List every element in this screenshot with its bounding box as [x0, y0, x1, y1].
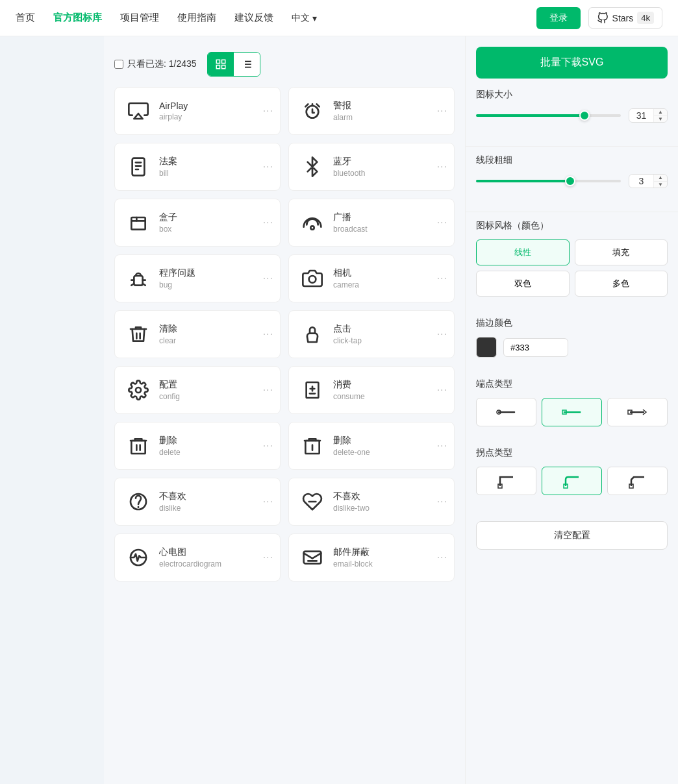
svg-rect-1	[221, 60, 225, 63]
endpoint-flat[interactable]	[542, 398, 602, 426]
icon-more-dislike-two[interactable]: ···	[437, 496, 447, 508]
icon-size-value: 31	[629, 109, 653, 122]
endpoint-arrow[interactable]	[607, 398, 668, 426]
icon-size-down[interactable]: ▼	[654, 116, 667, 123]
nav-language[interactable]: 中文 ▾	[292, 12, 317, 24]
sidebar	[0, 36, 104, 784]
icon-name-zh-config: 配置	[159, 379, 270, 391]
icon-name-zh-clear: 清除	[159, 323, 270, 335]
clear-config-button[interactable]: 清空配置	[476, 521, 668, 550]
svg-rect-2	[216, 66, 220, 69]
icon-info-alarm: 警报alarm	[333, 100, 444, 122]
icon-card-click-tap[interactable]: 点击click-tap···	[288, 310, 455, 358]
color-input[interactable]	[503, 338, 568, 357]
icon-name-zh-dislike-two: 不喜欢	[333, 491, 444, 502]
icon-more-electrocardiogram[interactable]: ···	[263, 552, 273, 563]
icon-card-bill[interactable]: 法案bill···	[114, 143, 281, 191]
stroke-width-input[interactable]: 3 ▲ ▼	[629, 174, 668, 188]
icon-size-slider[interactable]	[476, 109, 621, 122]
icon-more-consume[interactable]: ···	[437, 384, 447, 396]
style-linear[interactable]: 线性	[476, 239, 570, 265]
icon-more-bill[interactable]: ···	[263, 161, 273, 173]
color-row	[476, 337, 668, 358]
icon-card-airplay[interactable]: AirPlayairplay···	[114, 87, 281, 135]
icon-card-delete[interactable]: 删除delete···	[114, 422, 281, 470]
icon-size-thumb[interactable]	[579, 110, 590, 121]
stroke-width-up[interactable]: ▲	[654, 175, 667, 182]
stroke-width-track	[476, 180, 621, 182]
stars-button[interactable]: Stars 4k	[588, 7, 662, 29]
icon-info-delete: 删除delete	[159, 435, 270, 457]
grid-view-button[interactable]	[208, 53, 234, 76]
icon-info-consume: 消费consume	[333, 379, 444, 401]
stroke-width-slider[interactable]	[476, 175, 621, 188]
color-swatch[interactable]	[476, 337, 497, 358]
svg-line-12	[305, 104, 308, 106]
icon-name-en-consume: consume	[333, 392, 444, 401]
icon-more-broadcast[interactable]: ···	[437, 217, 447, 228]
right-panel: 批量下载SVG 图标大小 31 ▲ ▼	[465, 36, 678, 784]
icon-more-delete[interactable]: ···	[263, 440, 273, 452]
icon-card-delete-one[interactable]: 删除delete-one···	[288, 422, 455, 470]
list-view-button[interactable]	[234, 53, 260, 76]
icon-name-en-click-tap: click-tap	[333, 336, 444, 345]
icon-size-up[interactable]: ▲	[654, 109, 667, 116]
config-icon	[125, 377, 151, 403]
icon-card-bug[interactable]: 程序问题bug···	[114, 254, 281, 302]
icon-name-zh-broadcast: 广播	[333, 212, 444, 223]
icon-card-dislike-two[interactable]: 不喜欢dislike-two···	[288, 478, 455, 526]
icon-more-config[interactable]: ···	[263, 384, 273, 396]
nav-feedback[interactable]: 建议反馈	[234, 12, 273, 24]
icon-card-alarm[interactable]: 警报alarm···	[288, 87, 455, 135]
clear-section: 清空配置	[466, 516, 678, 560]
icon-more-delete-one[interactable]: ···	[437, 440, 447, 452]
electrocardiogram-icon	[125, 545, 151, 570]
broadcast-icon	[299, 210, 325, 236]
style-dual-color[interactable]: 双色	[476, 271, 570, 297]
alarm-icon	[299, 98, 325, 124]
icon-card-dislike[interactable]: 不喜欢dislike···	[114, 478, 281, 526]
toolbar: 只看已选: 1/2435	[114, 47, 455, 87]
nav-icon-library[interactable]: 官方图标库	[53, 12, 102, 24]
icon-card-email-block[interactable]: 邮件屏蔽email-block···	[288, 533, 455, 582]
icon-card-broadcast[interactable]: 广播broadcast···	[288, 199, 455, 247]
nav-home[interactable]: 首页	[16, 12, 35, 24]
nav-project-mgmt[interactable]: 项目管理	[120, 12, 159, 24]
icon-more-dislike[interactable]: ···	[263, 496, 273, 508]
icon-card-box[interactable]: 盒子box···	[114, 199, 281, 247]
icon-card-clear[interactable]: 清除clear···	[114, 310, 281, 358]
icon-card-bluetooth[interactable]: 蓝牙bluetooth···	[288, 143, 455, 191]
stroke-width-stepper: ▲ ▼	[653, 175, 667, 188]
login-button[interactable]: 登录	[536, 7, 581, 29]
endpoint-round[interactable]	[476, 398, 536, 426]
icon-more-click-tap[interactable]: ···	[437, 328, 447, 340]
icon-more-alarm[interactable]: ···	[437, 105, 447, 117]
show-selected-label[interactable]: 只看已选: 1/2435	[114, 58, 197, 70]
icon-more-email-block[interactable]: ···	[437, 552, 447, 563]
style-fill[interactable]: 填充	[575, 239, 668, 265]
icon-more-camera[interactable]: ···	[437, 273, 447, 284]
icon-card-camera[interactable]: 相机camera···	[288, 254, 455, 302]
stroke-width-thumb[interactable]	[565, 176, 575, 186]
anchor-round[interactable]	[542, 467, 602, 495]
show-selected-checkbox[interactable]	[114, 60, 123, 69]
anchor-miter-icon	[496, 473, 517, 489]
icon-more-bluetooth[interactable]: ···	[437, 161, 447, 173]
icon-more-airplay[interactable]: ···	[263, 105, 273, 117]
icon-card-consume[interactable]: 消费consume···	[288, 366, 455, 414]
icon-card-config[interactable]: 配置config···	[114, 366, 281, 414]
download-svg-button[interactable]: 批量下载SVG	[476, 47, 668, 79]
icon-more-box[interactable]: ···	[263, 217, 273, 228]
stroke-width-down[interactable]: ▼	[654, 182, 667, 188]
style-multi-color[interactable]: 多色	[575, 271, 668, 297]
icon-more-clear[interactable]: ···	[263, 328, 273, 340]
icon-more-bug[interactable]: ···	[263, 273, 273, 284]
dislike-icon	[125, 489, 151, 515]
icon-name-zh-consume: 消费	[333, 379, 444, 391]
anchor-miter[interactable]	[476, 467, 536, 495]
nav-usage-guide[interactable]: 使用指南	[177, 12, 216, 24]
icon-card-electrocardiogram[interactable]: 心电图electrocardiogram···	[114, 533, 281, 582]
icon-name-en-electrocardiogram: electrocardiogram	[159, 559, 270, 569]
anchor-bevel[interactable]	[607, 467, 668, 495]
icon-size-input[interactable]: 31 ▲ ▼	[629, 108, 668, 123]
